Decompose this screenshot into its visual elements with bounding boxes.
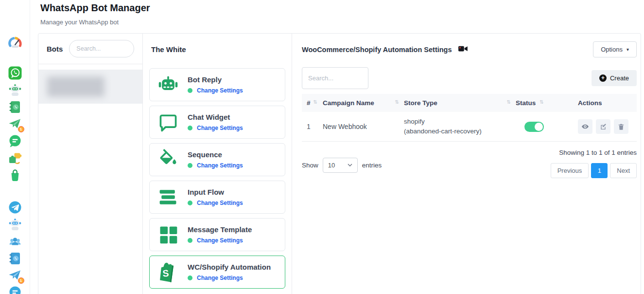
view-button[interactable] [578,119,592,134]
sidebar-item-dashboard[interactable] [8,36,22,50]
edit-icon [599,123,607,130]
status-toggle[interactable] [524,122,544,132]
feature-card-message-template[interactable]: Message Template Change Settings [149,218,285,251]
sidebar-item-whatsapp-contacts[interactable] [8,100,22,114]
header-actions: Actions [578,99,637,107]
sidebar-item-telegram-broadcast[interactable]: 1 [8,268,22,283]
sidebar-item-whatsapp[interactable] [8,66,22,80]
sequence-icon [157,148,179,171]
feature-card-chat-widget[interactable]: Chat Widget Change Settings [149,106,285,139]
feature-card-wc-shopify-automation[interactable]: S WC/Shopify Automation Change Settings [149,256,285,289]
feature-card-title: Chat Widget [188,113,243,121]
sidebar-item-whatsapp-broadcast[interactable]: 1 [8,117,22,131]
create-button[interactable]: + Create [592,70,637,86]
delete-button[interactable] [614,119,628,134]
automation-table: # ⇅ Campaign Name ⇅ Store Type ⇅ Status … [302,94,637,142]
bots-panel-header: Bots [38,34,142,64]
sidebar-item-telegram-chat[interactable] [8,285,22,294]
whatsapp-store-icon [8,168,22,183]
sidebar-item-whatsapp-integrations[interactable] [8,151,22,165]
telegram-contacts-icon [8,251,22,266]
feature-card-title: WC/Shopify Automation [188,263,271,271]
feature-card-sequence[interactable]: Sequence Change Settings [149,143,285,176]
page-title: WhatsApp Bot Manager [40,2,150,14]
feature-card-title: Message Template [188,225,252,234]
page-1-button[interactable]: 1 [591,163,608,178]
feature-card-bot-reply[interactable]: Bot Reply Change Settings [149,68,285,101]
status-dot [188,163,192,168]
sidebar-item-telegram-groups[interactable] [8,234,22,249]
feature-card-title: Sequence [188,150,243,159]
entries-label: entries [362,162,382,169]
sidebar-item-whatsapp-bot[interactable] [8,83,22,97]
status-dot [188,201,192,205]
message-template-icon [157,223,179,246]
plus-icon: + [599,74,607,82]
chat-widget-icon [157,111,179,133]
header-number[interactable]: # ⇅ [302,99,323,107]
cell-number: 1 [302,123,323,130]
chevron-down-icon: ▾ [627,47,629,52]
sort-icon: ⇅ [395,99,399,107]
bot-reply-icon [157,74,179,96]
cell-status [516,122,578,132]
whatsapp-contacts-icon [8,100,22,114]
edit-button[interactable] [596,119,610,134]
sidebar-item-telegram-contacts[interactable] [8,251,22,266]
page-size-select[interactable]: 10 [323,158,358,173]
bot-features-panel: The White Bot Reply [143,34,292,294]
sidebar-item-whatsapp-chat[interactable] [8,134,22,148]
cell-campaign-name: New Webhook [323,123,404,130]
header-store-type[interactable]: Store Type ⇅ [404,99,516,107]
next-page-button[interactable]: Next [610,163,637,178]
feature-card-title: Input Flow [188,188,243,196]
status-dot [188,88,192,93]
table-search-input[interactable] [302,67,368,89]
video-tutorial-icon[interactable] [458,45,468,53]
bot-manager-panel: Bots The White [38,33,641,294]
header-status[interactable]: Status ⇅ [516,99,578,107]
header-campaign-name[interactable]: Campaign Name ⇅ [323,99,404,107]
sort-icon: ⇅ [507,99,511,107]
show-label: Show [302,162,318,169]
input-flow-icon [157,186,179,208]
dashboard-gauge-icon [8,36,22,50]
app-icon-sidebar: 1 [0,0,30,294]
cell-store-type: shopify (abandoned-cart-recovery) [404,117,516,136]
bots-panel: Bots [38,34,143,294]
status-dot [188,276,192,280]
sidebar-item-telegram[interactable] [8,200,22,215]
trash-icon [617,123,625,130]
change-settings-link[interactable]: Change Settings [197,125,243,131]
sort-icon: ⇅ [540,99,543,107]
bots-panel-title: Bots [47,45,63,53]
section-title: WooCommerce/Shopify Automation Settings [302,46,452,54]
change-settings-link[interactable]: Change Settings [197,200,243,206]
change-settings-link[interactable]: Change Settings [197,162,243,169]
cell-actions [578,119,637,134]
shopify-icon: S [157,261,179,283]
whatsapp-chat-icon [8,134,22,148]
notification-badge: 1 [18,277,24,284]
change-settings-link[interactable]: Change Settings [197,87,243,94]
selected-bot-name: The White [149,34,285,54]
whatsapp-bot-icon [8,83,22,97]
change-settings-link[interactable]: Change Settings [197,237,243,244]
telegram-groups-icon [8,234,22,249]
feature-card-list: Bot Reply Change Settings Chat Widget [149,68,285,289]
change-settings-link[interactable]: Change Settings [197,275,243,281]
notification-badge: 1 [18,126,24,132]
telegram-chat-icon [8,285,22,294]
options-button[interactable]: Options ▾ [593,41,637,57]
table-row: 1 New Webhook shopify (abandoned-cart-re… [302,112,637,142]
previous-page-button[interactable]: Previous [551,163,589,178]
bot-list-item-selected[interactable] [38,70,142,104]
page-subtitle: Manage your WhatsApp bot [40,18,119,26]
chevron-down-icon [348,164,352,166]
sidebar-item-telegram-bot[interactable] [8,217,22,232]
feature-card-input-flow[interactable]: Input Flow Change Settings [149,181,285,214]
eye-icon [581,123,589,130]
sidebar-item-whatsapp-store[interactable] [8,168,22,183]
feature-card-title: Bot Reply [188,75,243,84]
bots-search-input[interactable] [69,40,134,57]
